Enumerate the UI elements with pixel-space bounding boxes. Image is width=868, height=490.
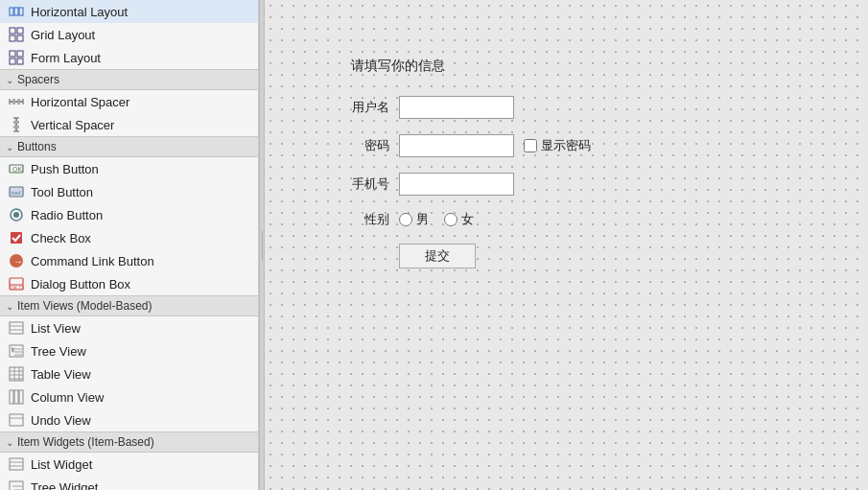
- svg-rect-1: [14, 8, 18, 15]
- horizontal-spacer-icon: [8, 93, 25, 110]
- form-layout-icon: [8, 49, 25, 66]
- chevron-icon: ⌄: [6, 301, 13, 312]
- sidebar-item-check-box[interactable]: Check Box: [0, 226, 258, 249]
- gender-female-label[interactable]: 女: [444, 211, 474, 228]
- sidebar-item-tool-button[interactable]: tool Tool Button: [0, 180, 258, 203]
- chevron-icon: ⌄: [6, 75, 13, 85]
- sidebar-item-push-button[interactable]: OK Push Button: [0, 157, 258, 180]
- dialog-button-box-icon: OK Cancel: [8, 275, 25, 292]
- gender-row: 性别 男 女: [351, 211, 591, 228]
- sidebar-item-form-layout[interactable]: Form Layout: [0, 46, 258, 69]
- svg-text:▼: ▼: [11, 348, 15, 354]
- tree-widget-icon: [8, 478, 25, 490]
- svg-rect-15: [17, 99, 20, 105]
- svg-rect-51: [10, 414, 23, 426]
- gender-label: 性别: [351, 211, 389, 228]
- svg-text:OK: OK: [12, 166, 22, 173]
- gender-male-radio[interactable]: [399, 213, 412, 226]
- sidebar-label: Vertical Spacer: [31, 118, 114, 132]
- svg-rect-8: [17, 51, 23, 57]
- sidebar-label: Dialog Button Box: [31, 277, 130, 292]
- buttons-header: ⌄ Buttons: [0, 136, 258, 157]
- username-label: 用户名: [351, 99, 389, 116]
- show-password-checkbox[interactable]: [524, 139, 537, 152]
- gender-female-radio[interactable]: [444, 213, 457, 226]
- svg-rect-0: [10, 8, 13, 15]
- grid-layout-icon: [8, 26, 25, 43]
- form-title: 请填写你的信息: [351, 58, 591, 75]
- svg-rect-14: [12, 99, 15, 105]
- password-label: 密码: [351, 137, 389, 154]
- svg-rect-50: [19, 390, 23, 404]
- sidebar-label: Tool Button: [31, 185, 93, 199]
- password-input[interactable]: [399, 134, 514, 157]
- item-widgets-header: ⌄ Item Widgets (Item-Based): [0, 432, 258, 453]
- svg-rect-19: [13, 121, 19, 124]
- username-row: 用户名: [351, 96, 591, 119]
- sidebar-item-command-link-button[interactable]: → Command Link Button: [0, 249, 258, 272]
- form-container: 请填写你的信息 用户名 密码 显示密码 手机号 性别 男: [322, 38, 620, 288]
- sidebar-label: Tree Widget: [31, 480, 98, 491]
- push-button-icon: OK: [8, 160, 25, 177]
- sidebar-label: Command Link Button: [31, 254, 154, 268]
- sidebar-label: Horizontal Layout: [31, 5, 128, 19]
- sidebar-label: Radio Button: [31, 208, 103, 222]
- tool-button-icon: tool: [8, 183, 25, 200]
- sidebar-label: Grid Layout: [31, 28, 95, 42]
- chevron-icon: ⌄: [6, 437, 13, 448]
- sidebar-item-radio-button[interactable]: Radio Button: [0, 203, 258, 226]
- sidebar-item-vertical-spacer[interactable]: Vertical Spacer: [0, 113, 258, 136]
- table-view-icon: [8, 365, 25, 383]
- phone-row: 手机号: [351, 173, 591, 196]
- username-input[interactable]: [399, 96, 514, 119]
- sidebar-item-list-view[interactable]: List View: [0, 316, 258, 339]
- sidebar-label: Tree View: [31, 344, 86, 359]
- sidebar-label: Push Button: [31, 162, 99, 176]
- tree-view-icon: ►▼: [8, 342, 25, 360]
- vertical-spacer-icon: [8, 116, 25, 133]
- sidebar-label: Check Box: [31, 231, 91, 245]
- spacers-header: ⌄ Spacers: [0, 69, 258, 90]
- sidebar-item-table-view[interactable]: Table View: [0, 362, 258, 385]
- svg-rect-27: [11, 232, 22, 244]
- svg-rect-6: [17, 35, 23, 41]
- sidebar-item-tree-view[interactable]: ►▼ Tree View: [0, 339, 258, 362]
- sidebar-label: Undo View: [31, 413, 91, 428]
- sidebar-item-horizontal-layout[interactable]: Horizontal Layout: [0, 0, 258, 23]
- chevron-icon: ⌄: [6, 142, 13, 152]
- sidebar-item-dialog-button-box[interactable]: OK Cancel Dialog Button Box: [0, 272, 258, 295]
- item-views-header: ⌄ Item Views (Model-Based): [0, 295, 258, 316]
- phone-input[interactable]: [399, 173, 514, 196]
- sidebar-item-grid-layout[interactable]: Grid Layout: [0, 23, 258, 46]
- svg-rect-7: [10, 51, 15, 57]
- sidebar-item-list-widget[interactable]: List Widget: [0, 453, 258, 476]
- svg-point-26: [13, 212, 19, 218]
- list-widget-icon: [8, 455, 25, 473]
- sidebar-item-undo-view[interactable]: Undo View: [0, 408, 258, 432]
- svg-text:tool: tool: [12, 190, 21, 196]
- svg-rect-20: [13, 126, 19, 128]
- radio-button-icon: [8, 206, 25, 223]
- show-password-label[interactable]: 显示密码: [524, 137, 591, 154]
- phone-label: 手机号: [351, 175, 389, 193]
- sidebar-item-tree-widget[interactable]: Tree Widget: [0, 476, 258, 490]
- svg-rect-2: [19, 8, 23, 15]
- svg-rect-3: [10, 28, 15, 34]
- right-panel: 请填写你的信息 用户名 密码 显示密码 手机号 性别 男: [265, 0, 868, 490]
- svg-rect-5: [10, 35, 15, 41]
- password-row: 密码 显示密码: [351, 134, 591, 157]
- sidebar-item-horizontal-spacer[interactable]: Horizontal Spacer: [0, 90, 258, 113]
- horizontal-layout-icon: [8, 3, 25, 20]
- gender-radio-group: 男 女: [399, 211, 474, 228]
- submit-button[interactable]: 提交: [399, 244, 476, 268]
- gender-male-label[interactable]: 男: [399, 211, 429, 228]
- check-box-icon: [8, 229, 25, 246]
- svg-rect-53: [10, 458, 23, 470]
- svg-rect-49: [14, 390, 18, 404]
- sidebar-item-column-view[interactable]: Column View: [0, 385, 258, 408]
- undo-view-icon: [8, 411, 25, 429]
- svg-rect-56: [10, 481, 23, 490]
- svg-rect-10: [17, 58, 23, 64]
- sidebar-label: Table View: [31, 367, 91, 382]
- svg-text:→: →: [13, 256, 23, 267]
